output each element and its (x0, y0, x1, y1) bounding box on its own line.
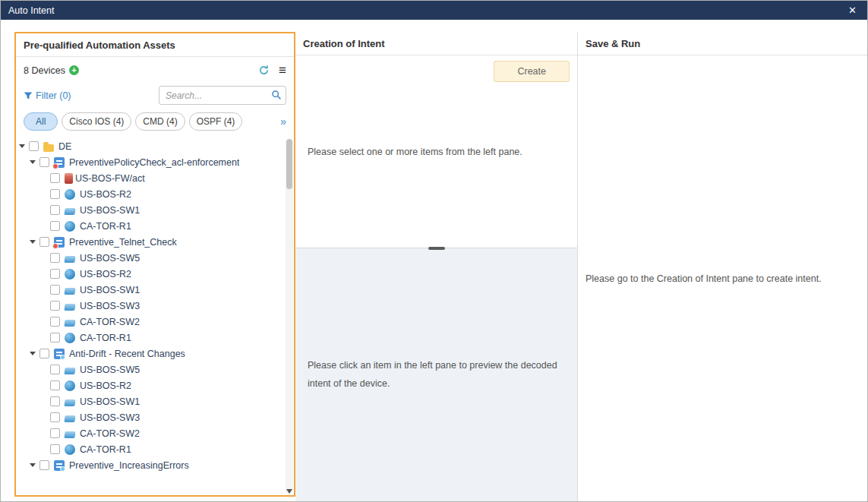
tree-label[interactable]: US-BOS-SW1 (80, 205, 140, 216)
menu-icon[interactable]: ≡ (279, 64, 286, 77)
tree-row[interactable]: CA-TOR-R1 (16, 330, 283, 346)
row-checkbox[interactable] (39, 237, 49, 247)
row-checkbox[interactable] (50, 269, 60, 279)
tree-label[interactable]: US-BOS-R2 (80, 269, 131, 279)
expander-icon[interactable] (30, 352, 36, 355)
router-icon (65, 221, 75, 232)
row-checkbox[interactable] (39, 157, 49, 167)
chips-more-icon[interactable]: » (280, 115, 286, 128)
filter-chip[interactable]: CMD (4) (135, 112, 185, 131)
switch-icon (64, 399, 75, 406)
panel-prequalified-assets: Pre-qualified Automation Assets 8 Device… (14, 32, 295, 497)
tree-row[interactable]: US-BOS-SW3 (16, 298, 283, 314)
row-checkbox[interactable] (39, 349, 49, 358)
tree-row[interactable]: CA-TOR-SW2 (16, 425, 283, 441)
row-checkbox[interactable] (50, 221, 60, 231)
row-checkbox[interactable] (50, 253, 60, 263)
tree-label[interactable]: US-BOS-SW3 (80, 412, 140, 423)
tree-row[interactable]: Anti-Drift - Recent Changes (16, 346, 283, 362)
runbook-icon (54, 157, 65, 168)
tree-scrollbar[interactable] (286, 139, 293, 494)
row-checkbox[interactable] (39, 460, 49, 470)
row-checkbox[interactable] (50, 173, 60, 183)
tree-label[interactable]: US-BOS-SW5 (80, 365, 140, 375)
scrollbar-thumb[interactable] (286, 139, 292, 189)
expander-icon[interactable] (19, 144, 25, 148)
switch-icon (64, 368, 75, 374)
close-icon[interactable]: ✕ (845, 4, 860, 17)
tree-row[interactable]: CA-TOR-SW2 (16, 314, 283, 330)
tree-row[interactable]: US-BOS-SW1 (16, 202, 283, 218)
tree-row[interactable]: US-BOS-SW1 (16, 282, 283, 298)
scrollbar-track[interactable] (286, 139, 293, 494)
row-checkbox[interactable] (29, 141, 39, 151)
switch-icon (64, 415, 75, 422)
filter-chip[interactable]: OSPF (4) (189, 112, 243, 131)
tree-label[interactable]: DE (58, 141, 71, 152)
tree-row[interactable]: US-BOS-R2 (16, 377, 283, 393)
devices-count: 8 Devices (24, 65, 65, 76)
tree-row[interactable]: Preventive_Telnet_Check (16, 234, 283, 250)
row-checkbox[interactable] (50, 365, 60, 374)
scroll-down-icon[interactable] (286, 489, 292, 494)
tree-row[interactable]: CA-TOR-R1 (16, 218, 283, 234)
row-checkbox[interactable] (50, 317, 60, 327)
tree-row[interactable]: PreventivePolicyCheck_acl-enforcement (16, 154, 283, 170)
tree-row[interactable]: US-BOS-SW1 (16, 393, 283, 409)
switch-icon (64, 320, 75, 327)
add-device-icon[interactable]: + (69, 65, 79, 75)
expander-icon[interactable] (30, 160, 36, 164)
tree-label[interactable]: US-BOS-R2 (80, 380, 131, 391)
dialog-titlebar: Auto Intent ✕ (1, 1, 867, 20)
tree-label[interactable]: US-BOS-SW5 (80, 253, 140, 264)
tree-label[interactable]: CA-TOR-SW2 (80, 428, 140, 439)
row-checkbox[interactable] (50, 396, 60, 406)
tree-row[interactable]: CA-TOR-R1 (16, 441, 283, 457)
tree-label[interactable]: CA-TOR-R1 (80, 333, 131, 343)
tree-row[interactable]: US-BOS-SW3 (16, 409, 283, 425)
row-checkbox[interactable] (50, 189, 60, 199)
tree-label[interactable]: Anti-Drift - Recent Changes (69, 349, 185, 359)
tree-row[interactable]: Preventive_IncreasingErrors (16, 457, 283, 473)
row-checkbox[interactable] (50, 301, 60, 311)
tree-label[interactable]: PreventivePolicyCheck_acl-enforcement (69, 157, 239, 168)
row-checkbox[interactable] (50, 412, 60, 422)
row-checkbox[interactable] (50, 205, 60, 215)
tree-label[interactable]: CA-TOR-SW2 (80, 317, 140, 327)
refresh-icon[interactable] (258, 65, 270, 76)
tree-label[interactable]: US-BOS-R2 (80, 189, 131, 200)
tree-row[interactable]: US-BOS-R2 (16, 186, 283, 202)
tree-label[interactable]: US-BOS-FW/act (75, 173, 145, 184)
tree-label[interactable]: US-BOS-SW1 (80, 285, 140, 295)
expander-icon[interactable] (30, 463, 36, 467)
search-input[interactable] (159, 86, 286, 105)
filter-chip[interactable]: Cisco IOS (4) (62, 112, 131, 131)
tree-label[interactable]: CA-TOR-R1 (80, 444, 131, 455)
tree-row[interactable]: US-BOS-R2 (16, 266, 283, 282)
tree-label[interactable]: Preventive_IncreasingErrors (69, 460, 189, 471)
filter-funnel-icon[interactable] (24, 91, 33, 100)
tree-row[interactable]: US-BOS-SW5 (16, 250, 283, 266)
tree-label[interactable]: US-BOS-SW3 (80, 301, 140, 311)
create-button[interactable]: Create (494, 61, 570, 82)
row-checkbox[interactable] (50, 333, 60, 343)
tree-row[interactable]: DE (16, 138, 283, 154)
splitter-handle[interactable] (428, 247, 445, 250)
filter-chip[interactable]: All (24, 112, 58, 131)
middle-panel-title: Creation of Intent (295, 32, 577, 55)
filter-label[interactable]: Filter (0) (36, 90, 71, 101)
row-checkbox[interactable] (50, 285, 60, 295)
tree-label[interactable]: Preventive_Telnet_Check (69, 237, 177, 248)
expander-icon[interactable] (30, 240, 36, 244)
switch-icon (64, 256, 75, 263)
tree-label[interactable]: CA-TOR-R1 (80, 221, 131, 232)
row-checkbox[interactable] (50, 380, 60, 390)
tree-row[interactable]: US-BOS-FW/act (16, 170, 283, 186)
row-checkbox[interactable] (50, 444, 60, 454)
tree-label[interactable]: US-BOS-SW1 (80, 396, 140, 407)
tree-row[interactable]: US-BOS-SW5 (16, 362, 283, 377)
search-icon[interactable] (271, 90, 282, 103)
firewall-icon (65, 173, 73, 184)
intent-bottom-message: Please click an item in the left pane to… (308, 357, 560, 393)
row-checkbox[interactable] (50, 428, 60, 438)
